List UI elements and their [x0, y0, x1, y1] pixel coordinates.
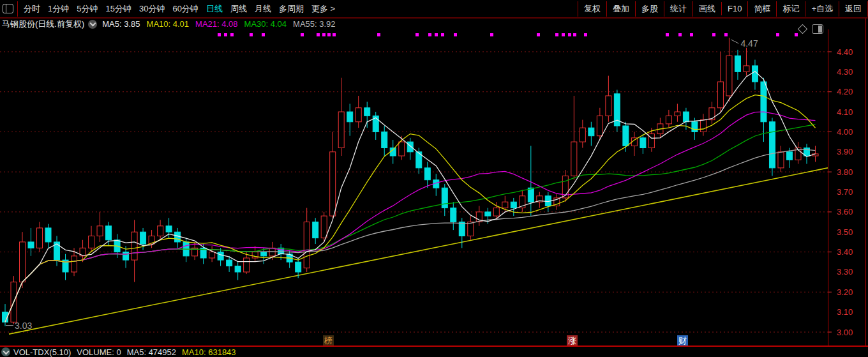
candle-body	[321, 216, 327, 238]
top-toolbar: 分时 1分钟 5分钟 15分钟 30分钟 60分钟 日线 周线 月线 多周期 更…	[0, 0, 868, 19]
window-layout-icon[interactable]	[3, 4, 13, 13]
chevron-down-circle-icon[interactable]	[88, 20, 97, 29]
candle-body	[424, 168, 430, 180]
ma5-legend: MA5: 3.85	[102, 19, 140, 29]
candle-body	[71, 256, 77, 272]
y-axis-label: 3.50	[837, 227, 853, 237]
candle-body	[752, 66, 758, 82]
ma-line-10	[5, 95, 816, 323]
candle-body	[227, 260, 232, 266]
right-border-segment	[865, 19, 866, 29]
signal-dot	[776, 33, 779, 36]
candle-body	[166, 226, 172, 232]
y-axis-label: 3.80	[837, 167, 853, 177]
ma-line-5	[5, 72, 816, 323]
candle-body	[131, 232, 137, 260]
candle-body	[485, 212, 491, 216]
candle-body	[382, 132, 387, 148]
signal-dot	[666, 33, 669, 36]
candle-body	[218, 252, 223, 261]
candle-body	[364, 108, 370, 116]
overlay-button[interactable]: 叠加	[606, 1, 635, 17]
candle-body	[744, 66, 749, 72]
tab-15min[interactable]: 15分钟	[101, 3, 135, 15]
candle-body	[304, 222, 310, 268]
candle-body	[778, 152, 784, 168]
price-chart[interactable]: 4.473.03榜涨财4.404.304.204.104.003.903.803…	[0, 29, 868, 347]
signal-dot	[377, 33, 380, 36]
candle-body	[597, 116, 602, 135]
candle-body	[244, 258, 250, 272]
f10-button[interactable]: F10	[721, 2, 747, 15]
chevron-down-circle-icon[interactable]	[1, 347, 10, 356]
back-button[interactable]: 返回	[839, 1, 868, 17]
tab-timeshare[interactable]: 分时	[20, 3, 44, 15]
y-axis-label: 4.20	[837, 87, 853, 96]
candle-body	[700, 120, 706, 132]
title-bar: 马钢股份(日线.前复权) MA5: 3.85 MA10: 4.01 MA21: …	[0, 19, 342, 29]
statistics-button[interactable]: 统计	[664, 1, 692, 17]
candle-body	[442, 188, 447, 208]
tab-5min[interactable]: 5分钟	[73, 3, 101, 15]
period-tabs: 分时 1分钟 5分钟 15分钟 30分钟 60分钟 日线 周线 月线 多周期 更…	[20, 3, 339, 15]
tab-30min[interactable]: 30分钟	[135, 3, 168, 15]
tab-60min[interactable]: 60分钟	[168, 3, 202, 15]
watermark-text: 榜	[324, 336, 333, 346]
candle-body	[106, 226, 112, 240]
tab-more[interactable]: 更多 >	[308, 3, 339, 15]
mark-button[interactable]: 标记	[776, 1, 805, 17]
ma-line-55	[5, 149, 816, 322]
candle-body	[158, 226, 163, 236]
volume-indicator-name: VOL-TDX(5.10)	[13, 347, 71, 357]
signal-dot	[327, 33, 331, 36]
signal-dot	[428, 33, 431, 36]
candle-body	[692, 122, 698, 132]
y-axis-label: 4.00	[837, 127, 853, 137]
tab-daily[interactable]: 日线	[202, 3, 227, 15]
adjust-rights-button[interactable]: 复权	[578, 1, 606, 17]
candle-body	[588, 128, 594, 136]
tab-monthly[interactable]: 月线	[251, 3, 275, 15]
candle-body	[407, 142, 413, 152]
add-watchlist-button[interactable]: +自选	[805, 1, 839, 17]
candle-body	[761, 82, 767, 122]
y-axis-label: 3.70	[837, 187, 853, 197]
volume-value: VOLUME: 0	[77, 347, 121, 357]
toolbar-separator	[17, 1, 18, 17]
toolbar-buttons: 复权 叠加 多股 统计 画线 F10 简框 标记 +自选 返回	[578, 0, 868, 17]
candle-body	[683, 112, 689, 122]
candle-body	[726, 56, 732, 96]
candle-body	[571, 142, 577, 176]
signal-dot	[573, 33, 576, 36]
candle-body	[735, 56, 740, 72]
candle-body	[45, 228, 51, 242]
signal-dot	[333, 33, 336, 36]
candle-body	[175, 232, 181, 242]
tab-multiperiod[interactable]: 多周期	[275, 3, 308, 15]
candle-body	[606, 96, 611, 116]
signal-dot	[690, 33, 693, 36]
high-annotation: 4.47	[740, 38, 758, 49]
y-axis-label: 4.10	[837, 107, 853, 117]
candle-body	[355, 108, 361, 122]
ma21-legend: MA21: 4.08	[195, 19, 238, 29]
signal-dot	[317, 33, 320, 36]
tab-weekly[interactable]: 周线	[227, 3, 251, 15]
signal-dot	[322, 33, 326, 36]
multi-stock-button[interactable]: 多股	[635, 1, 664, 17]
candle-body	[709, 108, 715, 120]
simple-frame-button[interactable]: 简框	[747, 1, 776, 17]
candle-body	[502, 202, 508, 208]
candle-body	[451, 208, 456, 222]
candle-body	[235, 266, 241, 272]
stock-title: 马钢股份(日线.前复权)	[2, 19, 84, 30]
y-axis-label: 3.60	[837, 207, 853, 216]
signal-dot	[537, 33, 540, 36]
signal-dot	[250, 33, 253, 36]
draw-line-button[interactable]: 画线	[692, 1, 721, 17]
signal-dot	[490, 33, 493, 36]
tab-1min[interactable]: 1分钟	[44, 3, 73, 15]
signal-dot	[712, 33, 715, 36]
signal-dot	[584, 33, 587, 36]
signal-dot	[230, 33, 234, 36]
